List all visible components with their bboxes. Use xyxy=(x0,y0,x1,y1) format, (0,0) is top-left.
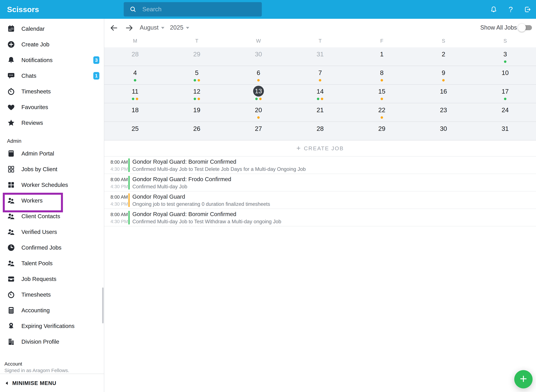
calendar-day-1[interactable]: 1 xyxy=(351,47,413,66)
day-number: 10 xyxy=(474,69,536,77)
month-dropdown[interactable]: August xyxy=(140,24,165,31)
calendar-day-30[interactable]: 30 xyxy=(228,47,289,66)
calendar-day-10[interactable]: 10 xyxy=(474,66,536,85)
calendar-day-5[interactable]: 5 xyxy=(166,66,227,85)
sidebar-item-chats[interactable]: Chats1 xyxy=(0,68,104,84)
bell-icon xyxy=(7,56,15,64)
logout-icon[interactable] xyxy=(524,6,531,13)
stopwatch-icon xyxy=(7,291,15,299)
calendar-day-3[interactable]: 3 xyxy=(474,47,536,66)
sidebar-scrollbar[interactable] xyxy=(102,287,103,323)
calendar-day-14[interactable]: 14 xyxy=(289,85,351,103)
bell-icon[interactable] xyxy=(490,6,498,13)
minimise-menu-button[interactable]: MINIMISE MENU xyxy=(5,379,56,388)
year-dropdown[interactable]: 2025 xyxy=(170,24,189,31)
event-row[interactable]: 8:00 AM4:30 PMGondor Royal Guard: Frodo … xyxy=(104,174,536,191)
orange-job-dot xyxy=(257,116,260,119)
calendar-day-7[interactable]: 7 xyxy=(289,66,351,85)
sidebar-item-division-profile[interactable]: Division Profile xyxy=(0,334,104,350)
sidebar-item-verified-users[interactable]: Verified Users xyxy=(0,224,104,240)
calendar-day-9[interactable]: 9 xyxy=(413,66,474,85)
calendar-day-16[interactable]: 16 xyxy=(413,85,474,103)
calendar-day-24[interactable]: 24 xyxy=(474,103,536,122)
event-row[interactable]: 8:00 AM4:30 PMGondor Royal Guard: Boromi… xyxy=(104,209,536,226)
calendar-day-28[interactable]: 28 xyxy=(104,47,166,66)
sidebar-item-timesheets[interactable]: Timesheets xyxy=(0,287,104,303)
day-number: 4 xyxy=(104,69,166,77)
chevron-down-icon xyxy=(186,27,189,29)
calendar-day-4[interactable]: 4 xyxy=(104,66,166,85)
event-start-time: 8:00 AM xyxy=(110,177,128,182)
calendar-day-25[interactable]: 25 xyxy=(104,122,166,140)
day-number: 11 xyxy=(104,87,166,96)
calendar-day-29[interactable]: 29 xyxy=(351,122,413,140)
help-icon[interactable]: ? xyxy=(507,6,514,13)
calendar-day-13[interactable]: 13 xyxy=(228,85,289,103)
calendar-day-28[interactable]: 28 xyxy=(289,122,351,140)
calendar-day-15[interactable]: 15 xyxy=(351,85,413,103)
topbar-actions: ? xyxy=(490,0,531,19)
grid-filled-icon xyxy=(7,181,15,189)
calendar-day-22[interactable]: 22 xyxy=(351,103,413,122)
sidebar-item-accounting[interactable]: Accounting xyxy=(0,303,104,318)
sidebar-item-worker-schedules[interactable]: Worker Schedules xyxy=(0,177,104,193)
event-color-bar xyxy=(128,211,130,224)
sidebar-item-admin-portal[interactable]: Admin Portal xyxy=(0,146,104,161)
people-icon xyxy=(7,259,15,267)
calendar-day-21[interactable]: 21 xyxy=(289,103,351,122)
calendar-week-row: 28293031123 xyxy=(104,47,536,66)
sidebar-item-reviews[interactable]: Reviews xyxy=(0,115,104,131)
sidebar-item-client-contacts[interactable]: Client Contacts xyxy=(0,208,104,224)
calendar-day-29[interactable]: 29 xyxy=(166,47,227,66)
toggle-knob xyxy=(518,24,526,32)
sidebar-item-talent-pools[interactable]: Talent Pools xyxy=(0,256,104,271)
calendar-day-12[interactable]: 12 xyxy=(166,85,227,103)
calendar-day-23[interactable]: 23 xyxy=(413,103,474,122)
next-month-button[interactable] xyxy=(125,23,134,33)
calendar-day-31[interactable]: 31 xyxy=(289,47,351,66)
sidebar-item-workers[interactable]: Workers xyxy=(0,193,104,208)
app-title: Scissors xyxy=(7,0,39,19)
calendar-day-19[interactable]: 19 xyxy=(166,103,227,122)
calendar-day-27[interactable]: 27 xyxy=(228,122,289,140)
sidebar-item-favourites[interactable]: Favourites xyxy=(0,99,104,115)
search-input[interactable] xyxy=(142,6,254,13)
calendar-day-18[interactable]: 18 xyxy=(104,103,166,122)
green-job-dot xyxy=(194,98,196,100)
sidebar-item-notifications[interactable]: Notifications3 xyxy=(0,52,104,68)
calendar-day-6[interactable]: 6 xyxy=(228,66,289,85)
calendar-day-31[interactable]: 31 xyxy=(474,122,536,140)
sidebar-item-jobs-by-client[interactable]: Jobs by Client xyxy=(0,161,104,177)
calendar-day-2[interactable]: 2 xyxy=(413,47,474,66)
job-dots xyxy=(474,61,536,63)
calendar-day-11[interactable]: 11 xyxy=(104,85,166,103)
orange-job-dot xyxy=(259,98,262,100)
show-all-jobs-toggle[interactable] xyxy=(521,25,532,30)
day-number: 17 xyxy=(474,87,536,96)
calendar-day-26[interactable]: 26 xyxy=(166,122,227,140)
calendar-panel: August 2025 Show All Jobs MTWTFSS 282930… xyxy=(104,19,536,392)
sidebar-item-timesheets[interactable]: Timesheets xyxy=(0,84,104,99)
job-dots xyxy=(228,116,289,119)
day-number: 7 xyxy=(289,69,351,77)
day-number: 27 xyxy=(228,125,289,133)
sidebar-item-label: Calendar xyxy=(21,25,45,32)
weekday-header: S xyxy=(413,38,474,44)
sidebar-item-calendar[interactable]: Calendar xyxy=(0,21,104,37)
search-box[interactable] xyxy=(124,2,262,17)
event-subtitle: Confirmed Multi-day Job to Test Withdraw… xyxy=(132,219,281,224)
create-job-fab[interactable]: + xyxy=(514,370,533,388)
event-start-time: 8:00 AM xyxy=(110,212,128,217)
event-row[interactable]: 8:00 AM4:30 PMGondor Royal Guard: Boromi… xyxy=(104,156,536,174)
sidebar-item-expiring-verifications[interactable]: Expiring Verifications xyxy=(0,318,104,334)
create-job-button[interactable]: + CREATE JOB xyxy=(104,141,536,156)
calendar-day-8[interactable]: 8 xyxy=(351,66,413,85)
calendar-day-30[interactable]: 30 xyxy=(413,122,474,140)
prev-month-button[interactable] xyxy=(109,23,118,33)
event-row[interactable]: 8:00 AM4:30 PMGondor Royal GuardOngoing … xyxy=(104,191,536,209)
calendar-day-20[interactable]: 20 xyxy=(228,103,289,122)
sidebar-item-job-requests[interactable]: Job Requests xyxy=(0,271,104,287)
sidebar-item-confirmed-jobs[interactable]: Confirmed Jobs xyxy=(0,240,104,256)
sidebar-item-create-job[interactable]: Create Job xyxy=(0,37,104,52)
calendar-day-17[interactable]: 17 xyxy=(474,85,536,103)
